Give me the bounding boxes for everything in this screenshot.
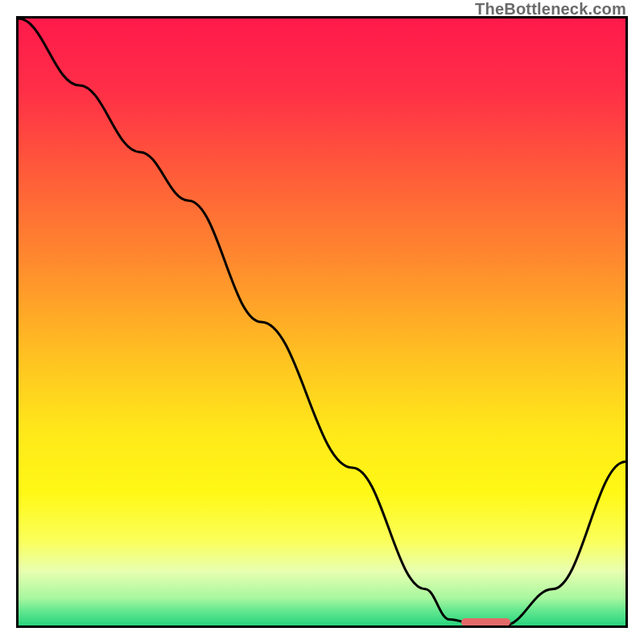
bottleneck-curve — [19, 19, 625, 625]
chart-container: TheBottleneck.com — [0, 0, 644, 644]
curve-layer — [19, 19, 625, 625]
optimal-marker — [461, 618, 510, 626]
plot-area — [16, 16, 628, 628]
